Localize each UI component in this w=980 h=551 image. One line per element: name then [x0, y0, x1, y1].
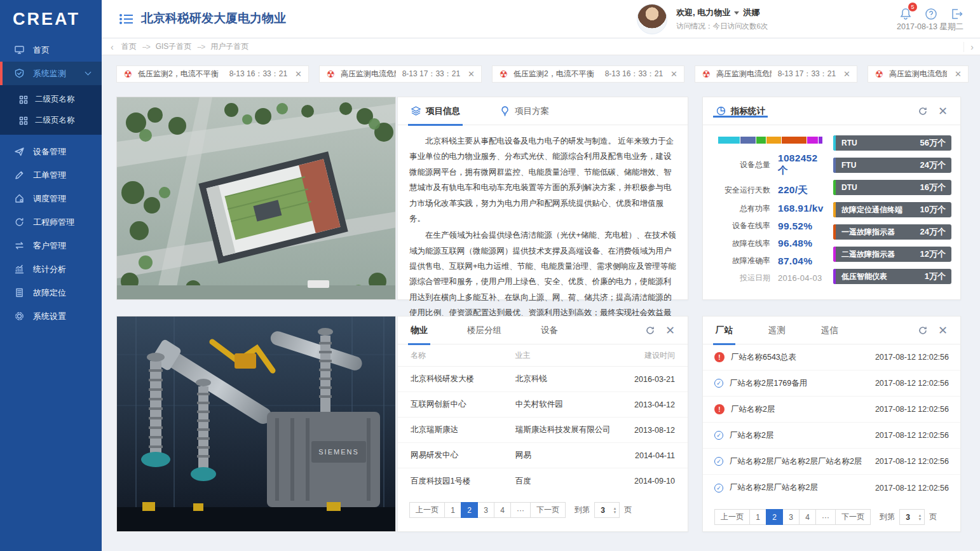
tab-label: 物业	[411, 325, 428, 336]
page-button-3[interactable]: 3	[782, 509, 800, 525]
alarm-icon: ☢	[499, 69, 508, 79]
sidebar-item-fault-location[interactable]: 故障定位	[0, 281, 102, 304]
close-icon[interactable]: ✕	[955, 69, 962, 79]
spin-down-icon[interactable]: ▼	[918, 517, 922, 521]
prev-page-button[interactable]: 上一页	[409, 502, 445, 518]
alert-text: 低压监测2，电流不平衡	[138, 69, 219, 79]
list-menu-icon[interactable]	[119, 13, 133, 25]
close-icon[interactable]: ✕	[468, 69, 475, 79]
table-row[interactable]: 北京科锐研发大楼 北京科锐 2016-03-21	[398, 367, 688, 392]
sync-icon	[14, 217, 25, 228]
alert-card: ☢ 高压监测电流危险 ✕	[868, 65, 969, 83]
sidebar-item-device-mgmt[interactable]: 设备管理	[0, 140, 102, 163]
next-page-button[interactable]: 下一页	[530, 502, 566, 518]
sidebar-subitem-2[interactable]: 二级页名称	[0, 110, 102, 131]
close-icon[interactable]: ✕	[938, 325, 948, 336]
project-paragraph: 北京科锐主要从事配电设备及电力电子的研发与制造。 近年来致力于企事业单位的电力物…	[409, 133, 676, 226]
pencil-icon	[14, 170, 25, 180]
close-icon[interactable]: ✕	[938, 106, 948, 116]
tab-label: 楼层分组	[467, 325, 501, 336]
close-icon[interactable]: ✕	[295, 69, 302, 79]
sidebar-item-home[interactable]: 首页	[0, 38, 102, 62]
breadcrumb-item[interactable]: 首页	[121, 41, 137, 52]
grid-icon	[19, 95, 28, 104]
dropdown-caret-icon[interactable]	[734, 11, 739, 15]
station-row[interactable]: ! 厂站名称2层 2017-08-12 12:02:56	[703, 397, 960, 423]
station-row[interactable]: ✓ 厂站名称2层厂站名称2层 2017-08-12 12:02:56	[703, 475, 960, 501]
ok-status-icon: ✓	[714, 457, 723, 466]
welcome-text: 欢迎, 电力物业	[676, 7, 730, 18]
sidebar-item-settings[interactable]: 系统设置	[0, 304, 102, 328]
prev-page-button[interactable]: 上一页	[714, 509, 750, 525]
page-ellipsis[interactable]: ···	[815, 509, 836, 525]
date-text: 2017-08-13 星期二	[897, 22, 963, 32]
sidebar-item-customer-mgmt[interactable]: 客户管理	[0, 234, 102, 257]
breadcrumb-item[interactable]: 用户子首页	[210, 41, 248, 52]
visit-info: 访问情况：今日访问次数6次	[676, 22, 822, 31]
spin-down-icon[interactable]: ▼	[613, 510, 617, 514]
station-row[interactable]: ! 厂站名称6543总表 2017-08-12 12:02:56	[703, 344, 960, 371]
page-button-3[interactable]: 3	[477, 502, 494, 518]
avatar[interactable]	[637, 4, 667, 34]
sidebar-item-label: 工程师管理	[33, 217, 74, 228]
breadcrumb-forward-icon[interactable]: ›	[963, 42, 974, 52]
tab-project-info[interactable]: 项目信息	[411, 97, 460, 125]
sidebar-item-statistics[interactable]: 统计分析	[0, 257, 102, 281]
layers-icon	[411, 105, 421, 116]
page-button-4[interactable]: 4	[494, 502, 511, 518]
table-row[interactable]: 互联网创新中心 中关村软件园 2013-04-12	[398, 392, 688, 418]
sidebar-item-workorder-mgmt[interactable]: 工单管理	[0, 163, 102, 187]
table-row[interactable]: 网易研发中心 网易 2014-04-11	[398, 443, 688, 468]
page-button-1[interactable]: 1	[749, 509, 766, 525]
tab-telemetry[interactable]: 遥测	[768, 316, 786, 344]
page-button-4[interactable]: 4	[799, 509, 816, 525]
tab-property[interactable]: 物业	[411, 316, 428, 344]
logout-icon[interactable]	[949, 7, 963, 21]
tab-devices[interactable]: 设备	[541, 316, 558, 344]
metrics-column: 设备总量 1082452个 安全运行天数 220/天 总有功率 168.91/k…	[712, 135, 833, 291]
sidebar-item-engineer-mgmt[interactable]: 工程师管理	[0, 210, 102, 234]
breadcrumb-back-icon[interactable]: ‹	[111, 42, 114, 52]
refresh-icon[interactable]	[645, 325, 655, 336]
next-page-button[interactable]: 下一页	[835, 509, 871, 525]
tab-telesignal[interactable]: 遥信	[821, 316, 838, 344]
sidebar-item-system-monitor[interactable]: 系统监测	[0, 62, 102, 85]
brand-logo: CREAT	[0, 0, 102, 38]
goto-page-input[interactable]: 3 ▲ ▼	[594, 502, 620, 518]
sidebar-item-label: 系统监测	[33, 68, 66, 79]
page-ellipsis[interactable]: ···	[510, 502, 531, 518]
tab-stations[interactable]: 厂站	[716, 316, 733, 344]
sidebar-item-label: 统计分析	[33, 264, 66, 275]
station-row[interactable]: ✓ 厂站名称2层1769备用 2017-08-12 12:02:56	[703, 371, 960, 397]
sidebar: CREAT 首页 系统监测 二级页名称 二级页名称 设备管理	[0, 0, 102, 551]
stats-panel-title: 指标统计	[716, 105, 765, 117]
table-row[interactable]: 北京瑞斯康达 瑞斯康达科技发展有限公司 2013-08-12	[398, 418, 688, 443]
alert-bar: ☢ 低压监测2，电流不平衡 8-13 16：33：21 ✕ ☢ 高压监测电流危险…	[116, 65, 969, 83]
tab-project-plan[interactable]: 项目方案	[500, 97, 549, 125]
sidebar-subitem-label: 二级页名称	[35, 94, 75, 105]
notification-badge: 5	[908, 3, 917, 11]
breadcrumb-item[interactable]: GIS子首页	[156, 41, 192, 52]
sidebar-item-dispatch-mgmt[interactable]: 调度管理	[0, 187, 102, 210]
close-icon[interactable]: ✕	[843, 69, 850, 79]
table-row[interactable]: 百度科技园1号楼 百度 2014-09-10	[398, 468, 688, 494]
bell-icon[interactable]: 5	[899, 7, 913, 21]
close-icon[interactable]: ✕	[665, 325, 675, 336]
close-icon[interactable]: ✕	[670, 69, 677, 79]
building-aerial-photo	[116, 97, 396, 300]
refresh-icon[interactable]	[918, 325, 928, 336]
alert-text: 高压监测电流危险	[716, 69, 772, 79]
goto-page-input[interactable]: 3 ▲ ▼	[899, 509, 925, 525]
page-button-2[interactable]: 2	[766, 509, 783, 525]
page-button-1[interactable]: 1	[444, 502, 461, 518]
help-icon[interactable]	[924, 7, 938, 21]
page-button-2[interactable]: 2	[461, 502, 478, 518]
sidebar-subitem-1[interactable]: 二级页名称	[0, 89, 102, 110]
station-row[interactable]: ✓ 厂站名称2层厂站名称2层厂站名称2层 2017-08-12 12:02:56	[703, 449, 960, 475]
refresh-icon[interactable]	[918, 106, 928, 116]
tab-floor-groups[interactable]: 楼层分组	[467, 316, 501, 344]
alert-time: 8-13 16：33：21	[223, 69, 287, 79]
goto-label: 到第	[880, 512, 895, 522]
device-badge: 故障定位通信终端 10万个	[833, 202, 951, 217]
station-row[interactable]: ✓ 厂站名称2层 2017-08-12 12:02:56	[703, 423, 960, 449]
